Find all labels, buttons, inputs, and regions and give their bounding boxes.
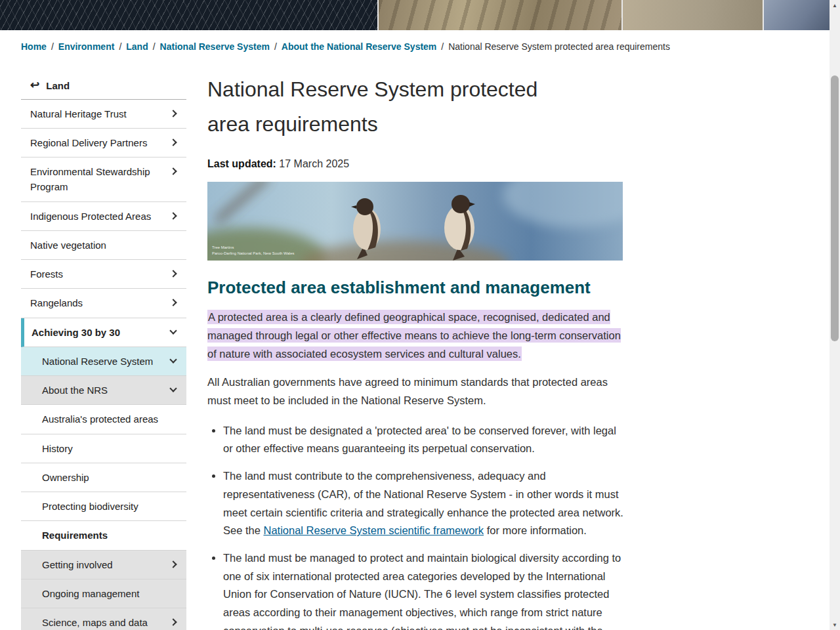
sidebar-item-about-the-nrs[interactable]: About the NRS: [21, 376, 186, 405]
banner-line-pattern: [0, 0, 377, 30]
chevron-right-icon: [169, 212, 177, 219]
chevron-down-icon: [169, 356, 177, 363]
banner-aerial-photo-2: [621, 0, 763, 30]
breadcrumb-link-environment[interactable]: Environment: [58, 41, 115, 52]
sidebar-item-label: Getting involved: [42, 557, 117, 572]
breadcrumb-link-home[interactable]: Home: [21, 41, 47, 52]
sidebar-back-land[interactable]: ↩ Land: [21, 72, 186, 100]
breadcrumb-current-page: National Reserve System protected area r…: [448, 41, 670, 52]
chevron-right-icon: [169, 299, 177, 306]
sidebar-item-label: About the NRS: [42, 383, 112, 398]
chevron-right-icon: [169, 167, 177, 175]
sidebar-item-label: Forests: [30, 266, 67, 282]
requirement-text: The land must be designated a 'protected…: [223, 425, 616, 455]
chevron-down-icon: [169, 385, 177, 392]
sidebar-item-label: Ongoing management: [42, 586, 143, 601]
banner-aerial-photo: [377, 0, 621, 30]
sidebar-item-label: Native vegetation: [30, 238, 110, 253]
sidebar-section-title: Land: [46, 80, 70, 91]
sidebar-item-label: Requirements: [42, 528, 112, 543]
chevron-right-icon: [169, 110, 177, 117]
breadcrumb-separator: /: [51, 41, 54, 52]
scrollbar-up-arrow[interactable]: ▲: [830, 0, 840, 10]
last-updated-value: 17 March 2025: [279, 158, 349, 169]
breadcrumb-separator: /: [153, 41, 156, 52]
hero-image: Tree Martins Paroo-Darling National Park…: [207, 182, 623, 261]
sidebar-item-national-reserve-system[interactable]: National Reserve System: [21, 347, 186, 376]
sidebar-item-requirements-current[interactable]: Requirements: [21, 521, 186, 550]
chevron-down-icon: [169, 327, 177, 334]
back-arrow-icon: ↩: [30, 79, 39, 91]
breadcrumb-link-about-the-nrs[interactable]: About the National Reserve System: [282, 41, 437, 52]
chevron-right-icon: [169, 560, 177, 568]
requirement-item-1: The land must be designated a 'protected…: [223, 422, 624, 458]
sidebar-item-label: National Reserve System: [42, 354, 157, 369]
sidebar-item-label: Indigenous Protected Areas: [30, 209, 155, 224]
image-caption: Tree Martins Paroo-Darling National Park…: [212, 245, 295, 257]
sidebar-item-indigenous-protected-areas[interactable]: Indigenous Protected Areas: [21, 202, 186, 231]
sidebar-item-label: Natural Heritage Trust: [30, 106, 131, 121]
last-updated: Last updated: 17 March 2025: [207, 158, 624, 170]
breadcrumb-separator: /: [441, 41, 444, 52]
scrollbar[interactable]: ▲ ▼: [830, 0, 840, 630]
header-banner: [0, 0, 840, 30]
sidebar-item-label: History: [42, 441, 77, 456]
requirement-text: The land must be managed to protect and …: [223, 552, 621, 630]
breadcrumb-link-national-reserve-system[interactable]: National Reserve System: [160, 41, 270, 52]
sidebar-item-environmental-stewardship-program[interactable]: Environmental Stewardship Program: [21, 158, 186, 202]
sidebar-nav: ↩ Land Natural Heritage Trust Regional D…: [21, 72, 186, 630]
sidebar-item-label: Science, maps and data: [42, 615, 152, 630]
intro-paragraph: A protected area is a clearly defined ge…: [207, 308, 624, 363]
breadcrumb-link-land[interactable]: Land: [126, 41, 148, 52]
scrollbar-thumb[interactable]: [831, 75, 839, 341]
sidebar-item-label: Australia's protected areas: [42, 411, 162, 427]
requirement-text: for more information.: [484, 524, 587, 536]
sidebar-item-achieving-30-by-30[interactable]: Achieving 30 by 30: [21, 318, 186, 347]
standards-paragraph: All Australian governments have agreed t…: [207, 373, 624, 410]
sidebar-item-ownership[interactable]: Ownership: [21, 463, 186, 492]
sidebar-item-label: Rangelands: [30, 295, 87, 310]
sidebar-item-native-vegetation[interactable]: Native vegetation: [21, 231, 186, 260]
chevron-right-icon: [169, 618, 177, 625]
sidebar-item-forests[interactable]: Forests: [21, 260, 186, 289]
breadcrumb-separator: /: [119, 41, 121, 52]
page-title: National Reserve System protected area r…: [207, 72, 575, 143]
section-heading: Protected area establishment and managem…: [207, 278, 624, 298]
scrollbar-down-arrow[interactable]: ▼: [830, 620, 840, 630]
content-wrap: ↩ Land Natural Heritage Trust Regional D…: [0, 62, 840, 630]
sidebar-item-label: Protecting biodiversity: [42, 499, 142, 514]
sidebar-item-rangelands[interactable]: Rangelands: [21, 289, 186, 318]
requirement-item-3: The land must be managed to protect and …: [223, 549, 624, 630]
breadcrumb-separator: /: [274, 41, 277, 52]
sidebar-item-regional-delivery-partners[interactable]: Regional Delivery Partners: [21, 129, 186, 158]
highlighted-text: A protected area is a clearly defined ge…: [207, 310, 621, 360]
page: Home/Environment/Land/National Reserve S…: [0, 0, 840, 630]
sidebar-item-getting-involved[interactable]: Getting involved: [21, 551, 186, 579]
scientific-framework-link[interactable]: National Reserve System scientific frame…: [263, 524, 484, 536]
chevron-right-icon: [169, 270, 177, 277]
sidebar-item-ongoing-management[interactable]: Ongoing management: [21, 579, 186, 608]
sidebar-item-natural-heritage-trust[interactable]: Natural Heritage Trust: [21, 100, 186, 129]
image-caption-line2: Paroo-Darling National Park, New South W…: [212, 251, 295, 257]
sidebar-item-science-maps-and-data[interactable]: Science, maps and data: [21, 608, 186, 630]
last-updated-label: Last updated:: [207, 158, 276, 169]
sidebar-item-label: Ownership: [42, 470, 93, 485]
main-content: National Reserve System protected area r…: [207, 72, 624, 630]
banner-water-photo: [763, 0, 840, 30]
requirements-list: The land must be designated a 'protected…: [207, 422, 624, 630]
breadcrumb: Home/Environment/Land/National Reserve S…: [0, 30, 840, 62]
chevron-right-icon: [169, 138, 177, 146]
sidebar-item-label: Regional Delivery Partners: [30, 135, 151, 150]
sidebar-item-australias-protected-areas[interactable]: Australia's protected areas: [21, 405, 186, 434]
sidebar-item-protecting-biodiversity[interactable]: Protecting biodiversity: [21, 492, 186, 521]
sidebar-item-history[interactable]: History: [21, 434, 186, 463]
requirement-item-2: The land must contribute to the comprehe…: [223, 467, 624, 540]
sidebar-item-label: Environmental Stewardship Program: [30, 164, 171, 195]
image-caption-line1: Tree Martins: [212, 245, 295, 251]
sidebar-item-label: Achieving 30 by 30: [32, 325, 124, 340]
